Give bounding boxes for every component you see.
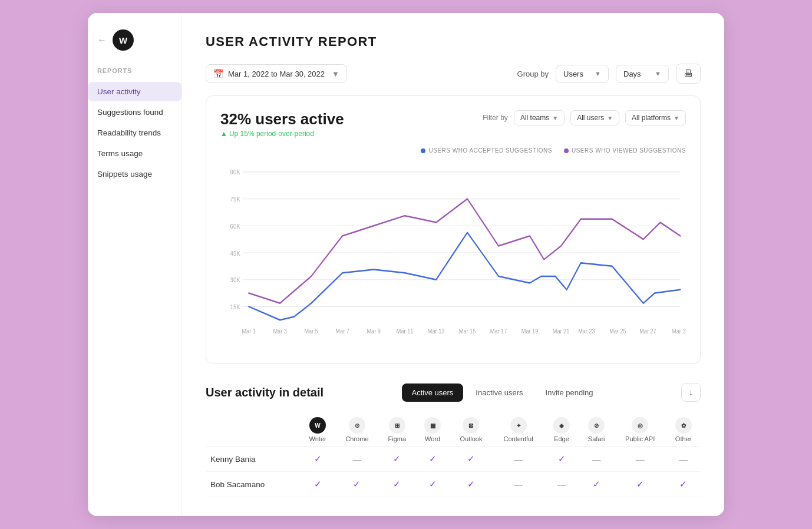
sidebar-item-suggestions-found[interactable]: Suggestions found xyxy=(88,103,181,122)
col-icon-figma: ⊞ xyxy=(389,417,405,434)
check-icon: ✓ xyxy=(314,479,322,489)
col-icon-wrap: ✿ Other xyxy=(671,417,696,442)
page-title: USER ACTIVITY REPORT xyxy=(206,34,701,49)
user-name: Kenny Bania xyxy=(206,447,300,472)
detail-title: User activity in detail xyxy=(206,386,324,399)
check-icon: ✓ xyxy=(467,454,475,464)
dash-icon: — xyxy=(679,454,688,464)
dash-cell: — xyxy=(335,447,379,472)
filter-teams-value: All teams xyxy=(520,114,549,122)
toolbar-right: Group by Users ▼ Days ▼ 🖶 xyxy=(517,64,701,84)
sidebar-item-user-activity[interactable]: User activity xyxy=(88,82,181,101)
svg-text:90K: 90K xyxy=(230,168,240,176)
legend-viewed: USERS WHO VIEWED SUGGESTIONS xyxy=(564,147,686,154)
col-icon-word: ▦ xyxy=(424,417,441,434)
col-icon-edge: ◈ xyxy=(553,417,570,434)
dash-cell: — xyxy=(614,447,666,472)
svg-text:Mar 1: Mar 1 xyxy=(242,328,256,335)
col-label-safari: Safari xyxy=(588,435,605,442)
detail-tabs: Active usersInactive usersInvite pending xyxy=(402,383,603,402)
filter-platforms-chevron-icon: ▼ xyxy=(674,115,679,121)
col-label-contentful: Contentful xyxy=(503,435,533,442)
sidebar-header: ← W xyxy=(88,29,143,67)
column-word: ▦ Word xyxy=(415,414,450,447)
sidebar-section-label: REPORTS xyxy=(88,67,141,81)
detail-table: W Writer ⊙ Chrome ⊞ Figma ▦ Word ⊠ Outlo… xyxy=(206,414,701,497)
check-cell: ✓ xyxy=(614,472,666,497)
col-icon-contentful: ✦ xyxy=(510,417,527,434)
col-icon-outlook: ⊠ xyxy=(463,417,479,434)
print-button[interactable]: 🖶 xyxy=(676,64,701,84)
dash-icon: — xyxy=(636,454,645,464)
check-icon: ✓ xyxy=(636,479,644,489)
dash-icon: — xyxy=(514,454,523,464)
column-header-row: W Writer ⊙ Chrome ⊞ Figma ▦ Word ⊠ Outlo… xyxy=(206,414,701,447)
check-cell: ✓ xyxy=(300,472,335,497)
back-arrow-icon[interactable]: ← xyxy=(97,35,107,45)
check-icon: ✓ xyxy=(679,479,687,489)
chart-svg: 90K 75K 60K 45K 30K 15K Mar 1 Mar 3 Mar … xyxy=(220,158,686,347)
dash-cell: — xyxy=(579,447,614,472)
column-contentful: ✦ Contentful xyxy=(492,414,544,447)
svg-text:60K: 60K xyxy=(230,222,240,230)
col-icon-safari: ⊘ xyxy=(588,417,605,434)
filter-users-value: All users xyxy=(577,114,604,122)
column-edge: ◈ Edge xyxy=(544,414,579,447)
dash-cell: — xyxy=(492,447,544,472)
check-icon: ✓ xyxy=(429,479,437,489)
legend-viewed-label: USERS WHO VIEWED SUGGESTIONS xyxy=(572,147,686,154)
sidebar-item-snippets-usage[interactable]: Snippets usage xyxy=(88,164,181,184)
download-button[interactable]: ↓ xyxy=(681,383,701,402)
check-cell: ✓ xyxy=(450,447,493,472)
chart-card: 32% users active ▲ Up 15% period-over-pe… xyxy=(206,95,701,364)
check-cell: ✓ xyxy=(415,447,450,472)
sidebar-nav: User activitySuggestions foundReadabilit… xyxy=(88,81,181,184)
dash-icon: — xyxy=(592,454,601,464)
chart-area: 90K 75K 60K 45K 30K 15K Mar 1 Mar 3 Mar … xyxy=(220,158,686,349)
sidebar: ← W REPORTS User activitySuggestions fou… xyxy=(88,13,182,516)
column-other: ✿ Other xyxy=(666,414,701,447)
dash-icon: — xyxy=(514,480,523,490)
detail-tab-invite-pending[interactable]: Invite pending xyxy=(536,383,603,402)
svg-text:Mar 25: Mar 25 xyxy=(609,328,626,335)
group-by-chevron-icon: ▼ xyxy=(595,70,601,77)
user-name: Bob Sacamano xyxy=(206,472,300,497)
svg-text:45K: 45K xyxy=(230,249,240,257)
date-range-selector[interactable]: 📅 Mar 1, 2022 to Mar 30, 2022 ▼ xyxy=(206,64,347,83)
main-content: USER ACTIVITY REPORT 📅 Mar 1, 2022 to Ma… xyxy=(182,13,724,516)
svg-text:Mar 30: Mar 30 xyxy=(672,328,686,335)
svg-text:Mar 27: Mar 27 xyxy=(639,328,656,335)
filter-teams-select[interactable]: All teams ▼ xyxy=(514,110,565,125)
svg-text:15K: 15K xyxy=(230,303,240,310)
col-icon-wrap: W Writer xyxy=(305,417,331,442)
detail-header: User activity in detail Active usersInac… xyxy=(206,383,701,402)
check-icon: ✓ xyxy=(467,479,475,489)
sidebar-item-terms-usage[interactable]: Terms usage xyxy=(88,144,181,163)
check-icon: ✓ xyxy=(429,454,437,464)
filter-users-select[interactable]: All users ▼ xyxy=(570,110,619,125)
group-by-users-select[interactable]: Users ▼ xyxy=(556,65,609,83)
detail-tab-inactive-users[interactable]: Inactive users xyxy=(466,383,533,402)
detail-tab-active-users[interactable]: Active users xyxy=(402,383,464,402)
check-cell: ✓ xyxy=(335,472,379,497)
col-label-writer: Writer xyxy=(309,435,326,442)
check-cell: ✓ xyxy=(379,472,415,497)
legend-accepted: USERS WHO ACCEPTED SUGGESTIONS xyxy=(421,147,552,154)
col-label-public api: Public API xyxy=(625,435,655,442)
col-label-other: Other xyxy=(675,435,692,442)
check-cell: ✓ xyxy=(666,472,701,497)
svg-text:Mar 23: Mar 23 xyxy=(578,328,595,335)
svg-text:Mar 11: Mar 11 xyxy=(397,328,414,335)
col-label-figma: Figma xyxy=(388,435,406,442)
period-chevron-icon: ▼ xyxy=(655,70,661,77)
filter-platforms-select[interactable]: All platforms ▼ xyxy=(625,110,686,125)
trend-text: Up 15% period-over-period xyxy=(229,130,314,138)
legend-accepted-label: USERS WHO ACCEPTED SUGGESTIONS xyxy=(428,147,552,154)
period-select[interactable]: Days ▼ xyxy=(616,65,669,83)
dash-cell: — xyxy=(544,472,579,497)
col-icon-chrome: ⊙ xyxy=(349,417,365,434)
check-cell: ✓ xyxy=(544,447,579,472)
sidebar-item-readability-trends[interactable]: Readability trends xyxy=(88,123,181,143)
col-icon-other: ✿ xyxy=(675,417,692,434)
col-icon-wrap: ◈ Edge xyxy=(549,417,575,442)
